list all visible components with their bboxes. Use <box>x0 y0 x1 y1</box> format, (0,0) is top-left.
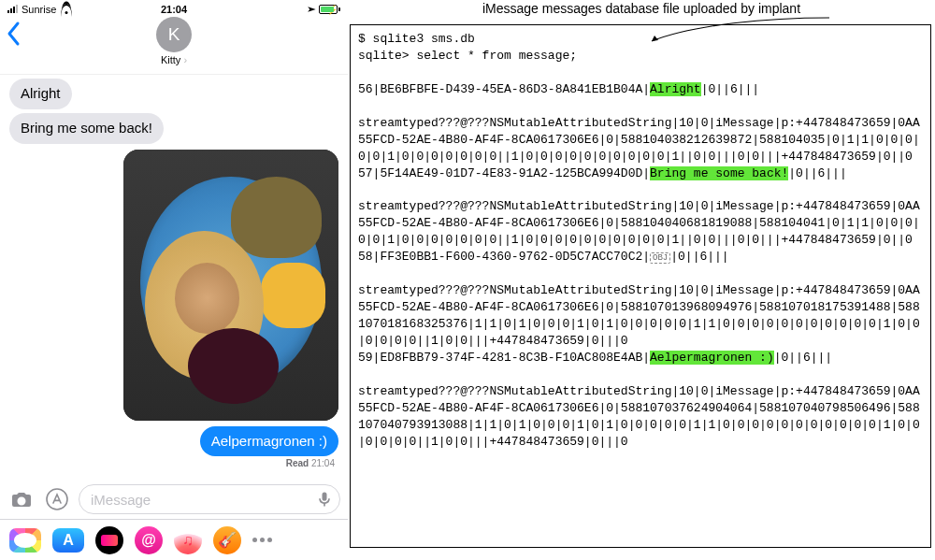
avatar-initial: K <box>168 24 180 45</box>
svg-point-0 <box>47 489 67 510</box>
sent-message[interactable]: Aelpermagronen :) <box>200 426 338 457</box>
garageband-app-icon[interactable]: 🎸 <box>213 526 241 554</box>
back-button[interactable] <box>6 21 22 50</box>
read-receipt: Read 21:04 <box>286 458 335 468</box>
conversation-thread[interactable]: Alright Bring me some back! Aelpermagron… <box>0 75 348 480</box>
camera-button[interactable] <box>7 485 36 513</box>
terminal-output[interactable]: $ sqlite3 sms.db sqlite> select * from m… <box>358 31 923 450</box>
contact-name-button[interactable]: Kitty › <box>161 54 187 65</box>
status-bar: Sunrise 21:04 ⚡ <box>0 0 348 17</box>
db-row: streamtyped???@???NSMutableAttributedStr… <box>358 283 920 348</box>
photos-app-icon[interactable] <box>9 528 41 553</box>
imessage-screenshot: Sunrise 21:04 ⚡ K Kitty › <box>0 0 348 560</box>
highlighted-message: Alright <box>650 82 701 96</box>
db-row: streamtyped???@???NSMutableAttributedStr… <box>358 384 920 449</box>
terminal-window: $ sqlite3 sms.db sqlite> select * from m… <box>350 24 931 548</box>
message-placeholder: iMessage <box>91 492 151 508</box>
highlighted-message: Bring me some back! <box>650 166 788 180</box>
contact-name-label: Kitty <box>161 54 180 65</box>
clock: 21:04 <box>161 4 187 15</box>
message-input[interactable]: iMessage <box>79 484 340 514</box>
nav-bar: K Kitty › <box>0 17 348 75</box>
db-row: 56|BE6BFBFE-D439-45EA-86D3-8A841EB1B04A|… <box>358 82 759 96</box>
db-row: 58|FF3E0BB1-F600-4360-9762-0D5C7ACC70C2|… <box>358 250 729 264</box>
db-row: 59|ED8FBB79-374F-4281-8C3B-F10AC808E4AB|… <box>358 351 832 365</box>
more-apps-button[interactable] <box>252 538 272 542</box>
db-row: streamtyped???@???NSMutableAttributedStr… <box>358 116 920 164</box>
sent-photo-message[interactable] <box>123 150 338 421</box>
chevron-right-icon: › <box>180 54 187 65</box>
carrier-label: Sunrise <box>22 4 56 15</box>
contact-avatar[interactable]: K <box>156 17 192 52</box>
received-message[interactable]: Bring me some back! <box>9 113 164 144</box>
signal-icon <box>7 5 18 13</box>
highlighted-message: Aelpermagronen :) <box>650 351 774 365</box>
app-store-button[interactable] <box>43 485 71 513</box>
battery-icon: ⚡ <box>319 5 340 14</box>
location-icon <box>306 5 315 14</box>
animoji-app-icon[interactable] <box>95 526 123 554</box>
received-message[interactable]: Alright <box>9 79 72 109</box>
images-app-icon[interactable] <box>135 526 163 554</box>
terminal-pane: iMessage messages database file uploaded… <box>348 0 935 560</box>
figure-caption: iMessage messages database file uploaded… <box>348 1 935 16</box>
message-input-bar: iMessage <box>0 480 348 519</box>
sqlite-query: sqlite> select * from message; <box>358 49 577 63</box>
wifi-icon <box>60 5 72 14</box>
music-app-icon[interactable]: ♫ <box>174 526 202 554</box>
dictate-button[interactable] <box>313 488 336 510</box>
db-row: streamtyped???@???NSMutableAttributedStr… <box>358 199 920 247</box>
shell-command: $ sqlite3 sms.db <box>358 32 475 46</box>
db-row: 57|5F14AE49-01D7-4E83-91A2-125BCA994D0D|… <box>358 166 847 180</box>
app-drawer[interactable]: A ♫ 🎸 <box>0 519 348 560</box>
appstore-app-icon[interactable]: A <box>52 528 84 553</box>
object-placeholder-icon: OBJ <box>650 252 670 264</box>
